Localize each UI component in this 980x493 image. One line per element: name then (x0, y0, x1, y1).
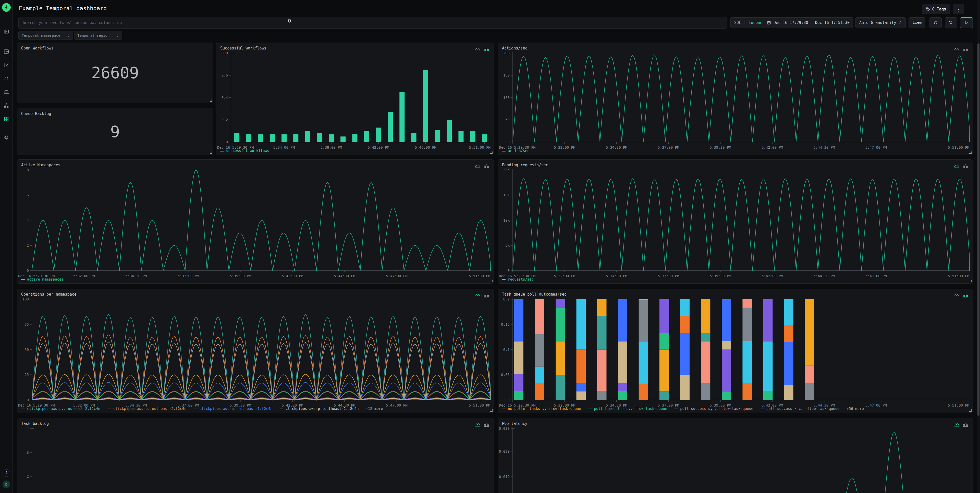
resize-handle[interactable] (210, 152, 212, 154)
resize-handle[interactable] (490, 152, 493, 154)
svg-text:0: 0 (508, 398, 510, 402)
resize-handle[interactable] (969, 409, 972, 412)
legend-label: successful workflows (226, 149, 269, 153)
line-chart-icon[interactable] (475, 47, 481, 52)
svg-text:5:34:30 PM: 5:34:30 PM (606, 274, 627, 278)
line-chart-icon[interactable] (954, 164, 960, 169)
line-chart-icon[interactable] (475, 293, 481, 298)
svg-text:5:39:30 PM: 5:39:30 PM (230, 274, 251, 278)
svg-text:5:37:00 PM: 5:37:00 PM (658, 274, 679, 278)
line-chart-icon[interactable] (954, 422, 960, 428)
search-input[interactable] (18, 17, 727, 29)
line-chart-icon[interactable] (954, 47, 960, 52)
bar-chart-icon[interactable] (963, 293, 969, 298)
bar-chart-icon[interactable] (484, 164, 490, 169)
legend-item[interactable]: no_poller_tasks ..-flow-task-queue (502, 407, 581, 411)
views-grid-icon[interactable] (3, 48, 10, 55)
user-avatar[interactable]: D (3, 480, 10, 488)
legend-item[interactable]: poll_timeout · c..-flow-task-queue (588, 407, 667, 411)
app-logo[interactable] (2, 3, 11, 12)
query-language-toggle[interactable]: SQL | Lucene (730, 17, 766, 28)
line-chart-icon[interactable] (954, 293, 960, 298)
help-button[interactable]: ? (3, 469, 10, 477)
sidebar: ? D (0, 0, 13, 493)
bar-chart-icon[interactable] (963, 164, 969, 169)
svg-text:5:34:00 PM: 5:34:00 PM (273, 145, 295, 149)
resize-handle[interactable] (210, 100, 212, 102)
panel-toggle-icon[interactable] (3, 29, 10, 35)
legend-label: poll_timeout · c..-flow-task-queue (594, 407, 667, 411)
line-chart-icon[interactable] (475, 164, 481, 169)
resize-handle[interactable] (490, 280, 493, 282)
svg-text:10K: 10K (503, 218, 510, 222)
dashboards-icon[interactable] (3, 116, 10, 122)
svg-text:20K: 20K (503, 168, 510, 172)
chart-active-namespaces: 02468Dec 16 5:29:30 PM5:32:00 PM5:34:30 … (17, 160, 494, 284)
metrics-chart-icon[interactable] (3, 62, 10, 68)
service-map-icon[interactable] (3, 103, 10, 109)
filter-button[interactable] (945, 17, 957, 28)
refresh-button[interactable] (929, 17, 942, 28)
kebab-menu-icon: ⋮ (956, 6, 961, 12)
legend-item[interactable]: clickpipes-aws-p..outheast-2.l2c4n (107, 407, 186, 411)
tags-button[interactable]: 0 Tags (922, 4, 950, 14)
svg-text:2: 2 (27, 474, 29, 479)
run-query-button[interactable] (960, 17, 973, 28)
legend-item[interactable]: poll_success · c..-flow-task-queue (760, 407, 840, 411)
granularity-select[interactable]: Auto Granularity (856, 17, 906, 28)
legend-dash (107, 409, 111, 409)
bar-chart-icon[interactable] (963, 47, 969, 52)
page-title: Example Temporal dashboard (19, 5, 107, 11)
legend-item[interactable]: requests/sec (502, 277, 534, 281)
panel-actions-sec: Actions/sec 050100150200Dec 16 5:29:30 P… (498, 43, 973, 155)
chart-task-backlog: 432 (17, 418, 494, 493)
line-chart-icon[interactable] (475, 422, 481, 428)
filter-funnel-icon (948, 21, 953, 25)
filter-temporal-region[interactable]: Temporal region (74, 31, 122, 40)
filter-label: Temporal region (77, 33, 110, 38)
chart-pending-requests: 05K10K15K20KDec 16 5:29:30 PM5:32:00 PM5… (498, 160, 973, 284)
scrollbar-thumb[interactable] (977, 43, 980, 416)
legend-item[interactable]: clickpipes-aws-p..outheast-2.l2c4n (280, 407, 359, 411)
legend-label: clickpipes-aws-p..-us-east-1.l2c4n (199, 407, 272, 411)
alerts-bell-icon[interactable] (3, 76, 10, 82)
svg-text:0.15: 0.15 (501, 322, 510, 327)
bar-chart-icon[interactable] (484, 422, 490, 428)
resize-handle[interactable] (969, 280, 972, 282)
legend-item[interactable]: active namespaces (21, 277, 64, 281)
bar-chart-icon[interactable] (484, 47, 490, 52)
tags-label: 0 Tags (932, 7, 946, 11)
panel-p95-latency: P95 latency 0.0380.0290.019 (498, 418, 973, 493)
legend-more-link[interactable]: +56 more (846, 407, 864, 411)
resize-handle[interactable] (490, 409, 493, 412)
bar-chart-icon[interactable] (963, 422, 969, 428)
legend-dash (588, 409, 592, 409)
kebab-menu-button[interactable]: ⋮ (953, 4, 964, 14)
filter-temporal-namespace[interactable]: Temporal namespace (18, 31, 73, 40)
svg-text:5:47:00 PM: 5:47:00 PM (865, 403, 887, 407)
bar-chart-icon[interactable] (484, 293, 490, 298)
svg-text:5:38:00 PM: 5:38:00 PM (321, 145, 342, 149)
legend-item[interactable]: clickpipes-aws-p..-us-east-2.l2c4n (21, 407, 100, 411)
svg-text:5:46:00 PM: 5:46:00 PM (415, 145, 436, 149)
chart-task-queue-poll-outcomes: 00.050.10.150.2Dec 16 5:29:30 PM5:32:00 … (498, 289, 973, 413)
legend-item[interactable]: poll_success_syn..-flow-task-queue (674, 407, 753, 411)
legend-more-link[interactable]: +12 more (366, 407, 383, 411)
settings-gear-icon[interactable] (3, 135, 10, 141)
sessions-laptop-icon[interactable] (3, 89, 10, 95)
resize-handle[interactable] (969, 152, 972, 154)
svg-text:4: 4 (27, 218, 29, 222)
panel-operations-per-namespace: Operations per namespace 0255075100Dec 1… (17, 289, 494, 413)
legend-item[interactable]: action/sec (502, 149, 529, 153)
legend-item[interactable]: clickpipes-aws-p..-us-east-1.l2c4n (193, 407, 272, 411)
legend-item[interactable]: successful workflows (220, 149, 269, 153)
stat-value: 26609 (17, 43, 213, 103)
svg-text:5:51:00 PM: 5:51:00 PM (948, 145, 969, 149)
svg-text:5:42:00 PM: 5:42:00 PM (368, 145, 389, 149)
time-range-button[interactable]: Dec 16 17:29:30 - Dec 16 17:51:30 (763, 17, 853, 28)
scrollbar (977, 0, 980, 493)
live-button[interactable]: Live (908, 17, 925, 28)
svg-text:0: 0 (508, 140, 510, 144)
legend-dash (280, 409, 283, 409)
chart-legend: successful workflows (220, 149, 269, 153)
